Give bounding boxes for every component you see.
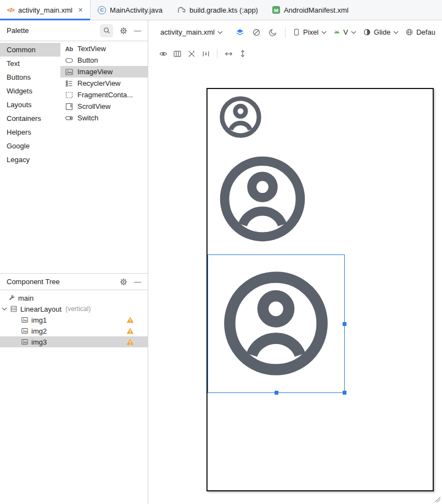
switch-icon [65,114,74,123]
component-tree: main LinearLayout (vertical) img1 img2 [0,290,148,347]
expand-horizontally-button[interactable] [221,47,236,60]
tab-mainactivity-java[interactable]: C MainActivity.java [91,0,170,20]
minimize-icon[interactable]: — [134,278,141,285]
half-circle-icon [363,28,371,36]
api-selector-dropdown[interactable]: V [330,25,360,40]
warning-icon[interactable] [126,327,134,335]
tab-label: activity_main.xml [18,6,72,14]
eye-icon [159,49,168,58]
tree-item-main[interactable]: main [0,292,148,303]
tab-activity-main-xml[interactable]: </> activity_main.xml ✕ [0,0,91,20]
device-screen-preview[interactable] [206,88,434,491]
design-mode-button[interactable] [232,25,248,40]
minimize-icon[interactable]: — [134,27,141,34]
margins-icon [202,49,210,58]
resize-handle-bottom-right[interactable] [343,391,346,395]
tree-item-img2[interactable]: img2 [0,325,148,336]
autoconnect-off-button[interactable] [184,47,199,60]
component-recyclerview[interactable]: RecyclerView [60,77,148,89]
resize-handle-bottom[interactable] [275,391,278,395]
manifest-file-icon: M [272,6,280,14]
category-common[interactable]: Common [0,43,60,57]
selection-box[interactable] [208,254,345,393]
tree-item-img1[interactable]: img1 [0,314,148,325]
theme-selector-dropdown[interactable]: Glide [360,25,402,40]
night-mode-button[interactable] [265,25,281,40]
imageview-img1[interactable] [218,95,263,140]
category-widgets[interactable]: Widgets [0,84,60,98]
left-panel: Palette — Common Text Buttons Widgets La… [0,20,148,504]
chevron-down-icon[interactable] [2,307,7,311]
view-options-button[interactable] [156,47,170,60]
circle-slash-icon [252,28,261,37]
columns-icon [173,49,182,58]
tree-item-img3[interactable]: img3 [0,336,148,347]
tree-item-linearlayout[interactable]: LinearLayout (vertical) [0,303,148,314]
xml-file-icon: </> [7,7,14,13]
palette-header: Palette — [0,20,148,41]
recyclerview-icon [65,79,74,88]
guidelines-button[interactable] [170,47,184,60]
linearlayout-icon [10,305,18,313]
category-legacy[interactable]: Legacy [0,153,60,167]
chevron-down-icon [321,31,327,34]
tab-label: AndroidManifest.xml [284,6,349,14]
locale-selector-dropdown[interactable]: Defau [402,25,439,40]
component-tree-header: Component Tree — [0,274,148,290]
gear-icon[interactable] [119,26,128,35]
close-icon[interactable]: ✕ [78,7,83,13]
tab-build-gradle[interactable]: build.gradle.kts (:app) [170,0,265,20]
category-google[interactable]: Google [0,139,60,153]
imageview-icon [21,327,29,335]
component-fragmentcontainerview[interactable]: FragmentConta... [60,89,148,101]
imageview-icon [21,338,29,346]
palette-components: Ab TextView Button ImageView [60,41,148,273]
category-text[interactable]: Text [0,57,60,70]
category-buttons[interactable]: Buttons [0,70,60,84]
scrollview-icon [65,102,74,111]
component-button[interactable]: Button [60,54,148,66]
default-margins-button[interactable] [199,47,213,60]
layers-icon [236,28,244,37]
phone-icon [293,28,300,36]
toolbar-separator [285,27,286,37]
android-head-icon [333,29,340,36]
component-scrollview[interactable]: ScrollView [60,101,148,112]
android-studio-layout-editor: { "icons": { "close": "✕", "minimize": "… [0,0,442,504]
resize-grip-icon[interactable] [434,496,441,503]
chevron-down-icon [393,31,399,34]
category-layouts[interactable]: Layouts [0,98,60,112]
file-selector-dropdown[interactable]: activity_main.xml [157,25,226,40]
horizontal-arrow-icon [224,49,233,58]
palette-search-button[interactable] [100,24,113,37]
component-switch[interactable]: Switch [60,112,148,124]
warning-icon[interactable] [126,338,134,346]
device-selector-dropdown[interactable]: Pixel [289,25,330,40]
fragmentcontainer-icon [65,91,74,99]
textview-icon: Ab [65,46,74,52]
tab-androidmanifest-xml[interactable]: M AndroidManifest.xml [265,0,356,20]
category-helpers[interactable]: Helpers [0,125,60,139]
warning-icon[interactable] [126,316,134,324]
tab-label: build.gradle.kts (:app) [189,6,258,14]
button-icon [65,56,74,65]
category-containers[interactable]: Containers [0,112,60,125]
magic-wand-off-icon [187,49,196,58]
canvas-toolbar [148,44,442,63]
component-tree-title: Component Tree [7,278,60,286]
toolbar-separator [217,49,217,59]
palette-categories: Common Text Buttons Widgets Layouts Cont… [0,41,60,273]
blueprint-disabled-button[interactable] [248,25,265,40]
gear-icon[interactable] [119,278,128,286]
design-toolbar: activity_main.xml Pixel [148,20,442,44]
component-imageview[interactable]: ImageView [60,66,148,77]
component-textview[interactable]: Ab TextView [60,43,148,54]
expand-vertically-button[interactable] [236,47,250,60]
gradle-icon [177,5,186,14]
vertical-arrow-icon [238,49,247,58]
tab-label: MainActivity.java [110,6,163,14]
wrench-icon [8,294,15,302]
moon-icon [268,28,277,37]
imageview-img2[interactable] [216,153,309,245]
resize-handle-right[interactable] [343,322,346,326]
